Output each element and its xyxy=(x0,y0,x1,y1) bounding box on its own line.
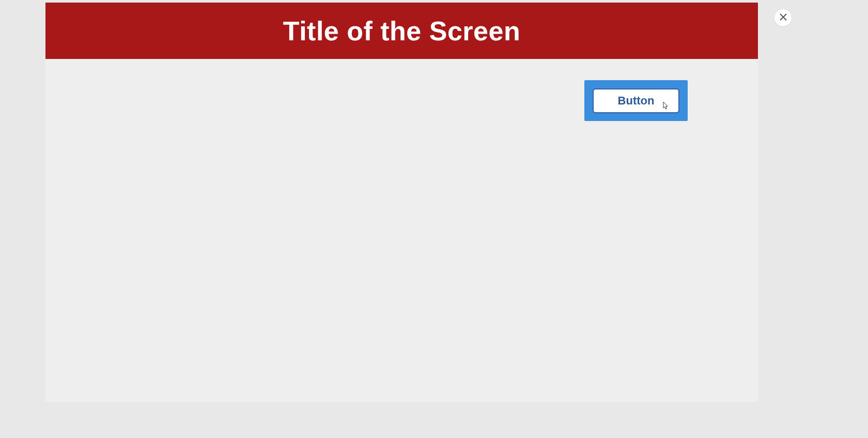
action-button-label: Button xyxy=(618,94,655,108)
close-icon xyxy=(780,13,787,23)
action-button[interactable]: Button xyxy=(593,88,679,113)
page-title: Title of the Screen xyxy=(283,16,520,47)
content-area: Button xyxy=(45,59,758,402)
close-button[interactable] xyxy=(774,9,792,26)
button-highlight: Button xyxy=(584,80,688,121)
cursor-pointer-icon xyxy=(661,101,670,114)
main-panel: Title of the Screen Button xyxy=(45,3,758,402)
header-bar: Title of the Screen xyxy=(45,3,758,59)
